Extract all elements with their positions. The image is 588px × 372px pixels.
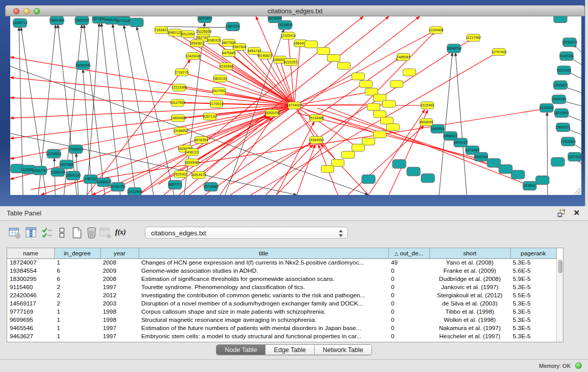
graph-node[interactable]: 15751074 xyxy=(562,38,577,47)
column-header-in_degree[interactable]: in_degree xyxy=(54,248,100,258)
column-header-name[interactable]: name xyxy=(7,248,54,258)
graph-node[interactable]: 7485083 xyxy=(397,54,410,61)
graph-node[interactable]: 8960128 xyxy=(168,29,182,36)
column-header-year[interactable]: year xyxy=(100,248,139,258)
graph-node[interactable]: 9498222 xyxy=(185,149,199,156)
graph-node[interactable] xyxy=(387,124,400,131)
graph-node[interactable]: 12093872 xyxy=(553,81,568,90)
graph-node[interactable]: 15692571 xyxy=(555,123,571,132)
graph-node[interactable] xyxy=(374,131,386,138)
graph-node[interactable]: 18300295 xyxy=(265,110,280,117)
graph-node[interactable] xyxy=(342,151,355,158)
graph-node[interactable] xyxy=(338,62,351,69)
graph-node[interactable]: 9097588 xyxy=(60,160,74,169)
graph-node[interactable]: 8878354 xyxy=(194,137,208,144)
graph-node[interactable]: 11154408 xyxy=(428,27,443,34)
graph-node[interactable]: 18107554 xyxy=(170,99,185,106)
table-row[interactable]: 946554611997Estimation of the future num… xyxy=(7,324,556,332)
graph-node[interactable] xyxy=(328,55,340,62)
graph-node[interactable] xyxy=(352,144,365,151)
graph-node[interactable]: 8220257 xyxy=(284,59,298,66)
graph-node[interactable]: 12942757 xyxy=(32,166,48,175)
graph-node[interactable]: 7163822 xyxy=(155,27,168,34)
graph-node[interactable]: 8215933 xyxy=(540,104,554,113)
graph-node[interactable]: 8912954 xyxy=(181,31,195,38)
graph-node[interactable]: 7625402 xyxy=(174,170,188,178)
graph-node[interactable]: 10797403 xyxy=(491,49,507,56)
delete-column-icon[interactable] xyxy=(85,226,98,239)
graph-node[interactable]: 15134485 xyxy=(309,115,324,122)
graph-node[interactable]: 9242848 xyxy=(220,62,233,70)
graph-node[interactable]: 20053346 xyxy=(75,61,91,70)
graph-node[interactable]: 2935154 xyxy=(474,152,488,161)
graph-node[interactable]: 19218506 xyxy=(277,20,293,29)
network-window-titlebar[interactable]: citations_edges.txt xyxy=(5,5,585,16)
table-selector-dropdown[interactable]: citations_edges.txt xyxy=(145,227,348,239)
graph-node[interactable] xyxy=(367,103,380,111)
graph-node[interactable]: 12217987 xyxy=(466,34,481,41)
tab-node-table[interactable]: Node Table xyxy=(216,345,266,355)
graph-node[interactable]: 8267130 xyxy=(203,113,217,120)
table-row[interactable]: 1872400712008Changes of HCN gene express… xyxy=(7,258,556,267)
graph-node[interactable] xyxy=(390,80,403,87)
graph-node[interactable] xyxy=(487,159,500,167)
graph-node[interactable] xyxy=(393,160,406,168)
graph-node[interactable] xyxy=(317,48,330,55)
graph-node[interactable]: 2967608 xyxy=(233,43,247,51)
graph-node[interactable]: 16543812 xyxy=(189,40,205,47)
graph-node[interactable]: 17359928 xyxy=(68,145,83,154)
create-column-icon[interactable] xyxy=(70,226,83,239)
select-columns-icon[interactable] xyxy=(41,226,54,239)
graph-node[interactable]: 9227343 xyxy=(557,66,571,75)
table-row[interactable]: 911546021997Tourette syndrome. Phenomeno… xyxy=(7,283,556,291)
table-scrollbar[interactable] xyxy=(556,259,563,342)
graph-node[interactable] xyxy=(352,73,365,80)
graph-node[interactable]: 16914479 xyxy=(191,171,206,179)
graph-node[interactable]: 20206526 xyxy=(46,149,61,158)
close-panel-icon[interactable]: ✕ xyxy=(573,208,580,217)
graph-node[interactable]: 2803144 xyxy=(213,75,227,82)
graph-node[interactable]: 9857771 xyxy=(168,181,182,189)
column-header-title[interactable]: title xyxy=(139,248,388,258)
graph-node[interactable]: 16782759 xyxy=(110,183,125,191)
graph-node[interactable] xyxy=(362,138,375,145)
graph-node[interactable] xyxy=(536,176,549,185)
graph-node[interactable] xyxy=(383,100,396,107)
graph-node[interactable]: 2170016 xyxy=(210,100,224,107)
graph-node[interactable]: 14055712 xyxy=(12,18,28,27)
table-settings-icon[interactable] xyxy=(8,226,21,239)
graph-node[interactable]: 9115460 xyxy=(421,102,434,109)
graph-node[interactable]: 20691406 xyxy=(49,16,64,25)
graph-node[interactable]: 9129946 xyxy=(560,52,574,60)
graph-node[interactable]: 10653287 xyxy=(74,16,90,25)
graph-node[interactable]: 10719185 xyxy=(116,16,132,25)
table-scrollbar-thumb[interactable] xyxy=(558,260,562,273)
row-options-icon[interactable] xyxy=(55,226,69,239)
graph-node[interactable] xyxy=(321,165,334,172)
graph-node[interactable]: 12923446 xyxy=(127,188,142,195)
graph-node[interactable] xyxy=(332,159,344,166)
graph-node[interactable] xyxy=(360,80,373,87)
table-row[interactable]: 1938455462009Genome-wide association stu… xyxy=(7,267,556,275)
graph-node[interactable]: 1167533 xyxy=(568,152,581,161)
graph-node[interactable]: 19166852 xyxy=(173,127,188,135)
graph-node[interactable]: 8427552 xyxy=(212,87,226,95)
graph-node[interactable]: 7857224 xyxy=(226,22,240,31)
graph-node[interactable]: 9146821 xyxy=(258,52,272,59)
column-header-pagerank[interactable]: pagerank xyxy=(510,248,556,258)
graph-node[interactable]: 17016504 xyxy=(560,137,576,146)
graph-node[interactable] xyxy=(305,41,318,48)
graph-node[interactable]: 2718176 xyxy=(175,69,189,76)
graph-node[interactable]: 9475685 xyxy=(222,50,236,57)
graph-node[interactable]: 12213384 xyxy=(171,84,187,91)
graph-node[interactable]: 9699695 xyxy=(420,119,433,126)
table-row[interactable]: 946362711997Embryonic stem cells: a mode… xyxy=(7,332,556,340)
graph-node[interactable] xyxy=(130,18,143,27)
table-row[interactable]: 969969511998Structural magnetic resonanc… xyxy=(7,316,556,324)
table-row[interactable]: 977716911998Corpus callosum shape and si… xyxy=(7,308,556,316)
graph-node[interactable]: 22420046 xyxy=(185,53,201,60)
table-row[interactable]: 1456911722003Disruption of a novel membe… xyxy=(7,299,556,308)
graph-node[interactable]: 8186328 xyxy=(207,37,221,44)
graph-node[interactable]: 15718485 xyxy=(203,183,219,191)
show-columns-icon[interactable] xyxy=(25,226,38,239)
